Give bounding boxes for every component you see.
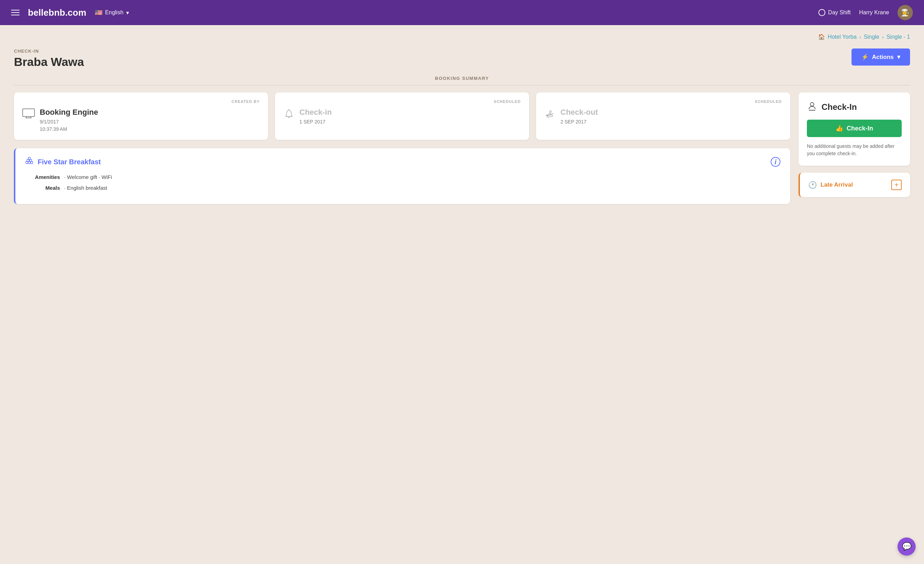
- amenities-card: Five Star Breakfast i Amenities · Welcom…: [14, 148, 790, 204]
- chat-bubble[interactable]: 💬: [897, 537, 916, 556]
- chevron-down-icon: ▾: [126, 9, 129, 16]
- shift-label: Day Shift: [828, 9, 851, 16]
- cards-row: CREATED BY Booking Engine: [14, 92, 790, 140]
- actions-button[interactable]: ⚡ Actions ▾: [852, 48, 910, 66]
- checkin-card: SCHEDULED Check-in 1 SEP 2017: [275, 92, 529, 140]
- page-header: CHECK-IN Braba Wawa ⚡ Actions ▾: [14, 48, 910, 69]
- user-name[interactable]: Harry Krane: [859, 9, 889, 16]
- content-main: CREATED BY Booking Engine: [14, 92, 790, 204]
- bell-icon: [284, 108, 294, 122]
- late-arrival-panel: 🕐 Late Arrival +: [798, 173, 910, 197]
- amenities-values: · Welcome gift · WiFi: [64, 174, 112, 180]
- checkout-card: SCHEDULED Check-out 2 SEP 2017: [536, 92, 790, 140]
- svg-rect-9: [28, 157, 30, 159]
- meals-row: Meals · English breakfast: [25, 185, 780, 191]
- breadcrumb: 🏠 Hotel Yorba › Single › Single - 1: [14, 33, 910, 40]
- screen-icon: [22, 108, 35, 121]
- checkin-panel: Check-In 👍 Check-In No additional guests…: [798, 92, 910, 166]
- checkin-note: No additional guests may be added after …: [807, 143, 902, 157]
- language-selector[interactable]: 🇺🇸 English ▾: [95, 9, 129, 17]
- actions-label: Actions: [872, 54, 894, 61]
- late-arrival-add-button[interactable]: +: [891, 180, 902, 190]
- thumbsup-icon: 👍: [836, 125, 843, 132]
- checkin-date: 1 SEP 2017: [299, 118, 332, 126]
- logo[interactable]: bellebnb.com: [28, 8, 87, 18]
- check-in-label: CHECK-IN: [14, 48, 84, 54]
- amenities-row: Amenities · Welcome gift · WiFi: [25, 174, 780, 180]
- svg-rect-8: [30, 159, 32, 161]
- checkin-button[interactable]: 👍 Check-In: [807, 120, 902, 137]
- created-by-title: Booking Engine: [40, 108, 98, 117]
- breadcrumb-hotel[interactable]: Hotel Yorba: [828, 34, 857, 40]
- home-icon: 🏠: [818, 33, 825, 40]
- svg-rect-5: [28, 161, 30, 164]
- info-icon[interactable]: i: [771, 157, 780, 167]
- sidebar: Check-In 👍 Check-In No additional guests…: [798, 92, 910, 204]
- checkin-title: Check-in: [299, 108, 332, 117]
- checkout-date: 2 SEP 2017: [561, 118, 598, 126]
- checkin-panel-title: Check-In: [822, 102, 857, 112]
- svg-rect-0: [22, 109, 34, 116]
- checkin-scheduled-label: SCHEDULED: [284, 99, 521, 104]
- actions-chevron-icon: ▾: [897, 53, 900, 61]
- header: bellebnb.com 🇺🇸 English ▾ Day Shift Harr…: [0, 0, 924, 25]
- package-icon: [25, 156, 33, 167]
- airplane-icon: [544, 108, 556, 122]
- booking-summary-label: BOOKING SUMMARY: [14, 76, 910, 86]
- svg-rect-6: [31, 161, 33, 164]
- breadcrumb-room[interactable]: Single - 1: [886, 34, 910, 40]
- guest-name: Braba Wawa: [14, 55, 84, 69]
- svg-rect-7: [27, 159, 29, 161]
- flag-icon: 🇺🇸: [95, 9, 102, 17]
- created-by-date: 9/1/2017 10:37:39 AM: [40, 118, 98, 133]
- checkin-btn-label: Check-In: [847, 125, 873, 132]
- svg-point-10: [810, 102, 814, 106]
- checkin-stamp-icon: [807, 101, 818, 113]
- package-name[interactable]: Five Star Breakfast: [38, 158, 101, 166]
- hamburger-menu[interactable]: [11, 10, 20, 15]
- created-by-card: CREATED BY Booking Engine: [14, 92, 268, 140]
- late-arrival-label: Late Arrival: [820, 181, 853, 188]
- meals-label: Meals: [25, 185, 60, 191]
- language-label: English: [105, 9, 123, 16]
- shift-indicator[interactable]: Day Shift: [818, 9, 851, 16]
- sun-icon: [818, 9, 825, 16]
- checkout-scheduled-label: SCHEDULED: [544, 99, 782, 104]
- main-content: 🏠 Hotel Yorba › Single › Single - 1 CHEC…: [0, 25, 924, 212]
- clock-icon: 🕐: [808, 180, 817, 189]
- checkout-title: Check-out: [561, 108, 598, 117]
- avatar[interactable]: 👨‍🍳: [897, 5, 913, 20]
- created-by-label: CREATED BY: [22, 99, 260, 104]
- breadcrumb-room-type[interactable]: Single: [864, 34, 879, 40]
- svg-rect-4: [26, 161, 28, 164]
- amenities-label: Amenities: [25, 174, 60, 180]
- bolt-icon: ⚡: [861, 53, 868, 61]
- meals-values: · English breakfast: [64, 185, 107, 191]
- content-layout: CREATED BY Booking Engine: [14, 92, 910, 204]
